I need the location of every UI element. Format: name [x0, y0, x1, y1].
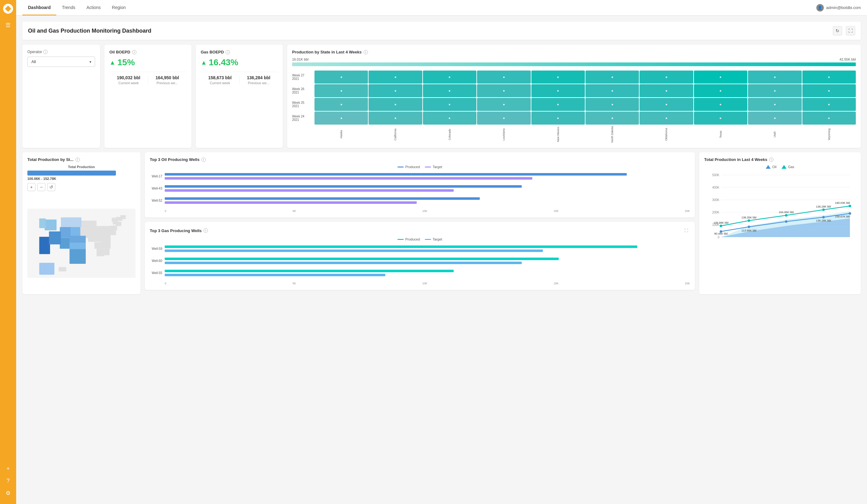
gas-boepd-stats: 158,673 bbl Current week 136,284 bbl Pre…: [201, 72, 278, 85]
svg-rect-28: [49, 232, 61, 245]
dashboard-actions: ↻ ⛶: [833, 26, 855, 35]
gas-boepd-info-icon[interactable]: i: [226, 50, 230, 54]
heatmap-cell: [802, 111, 856, 125]
heatmap-dot: [774, 117, 775, 119]
gas-target-bar-0: [165, 249, 543, 252]
heatmap-cell: [477, 71, 531, 84]
operator-select[interactable]: All: [27, 56, 95, 67]
svg-rect-16: [95, 234, 104, 242]
heatmap-x-label: Alaska: [314, 126, 368, 143]
heatmap-x-label: New Mexico: [532, 126, 585, 143]
total-production-state-card: Total Production by St... i Total Produc…: [22, 152, 140, 294]
heatmap-row-label: Week 27 2021: [292, 71, 314, 84]
oil-produced-bar-2: [165, 197, 480, 200]
up-arrow-icon: ▲: [109, 59, 116, 66]
total-prod-4w-info-icon[interactable]: i: [769, 158, 773, 162]
gas-bar-row-2: Well-55: [150, 270, 690, 276]
heatmap-dot: [503, 117, 505, 119]
oil-boepd-percent: ▲ 15%: [109, 57, 186, 67]
produced-legend: Produced: [397, 165, 420, 169]
heatmap-dot: [666, 76, 667, 78]
oil-bar-row-1: Well-43: [150, 185, 690, 192]
svg-point-58: [748, 226, 750, 228]
svg-point-60: [822, 216, 825, 218]
help-icon[interactable]: ?: [7, 478, 10, 484]
production-state-info-icon[interactable]: i: [364, 50, 368, 54]
tab-actions[interactable]: Actions: [81, 0, 106, 15]
dashboard-header: Oil and Gas Production Monitoring Dashbo…: [22, 22, 861, 40]
heatmap-dot: [395, 104, 396, 105]
zoom-in-button[interactable]: +: [27, 183, 35, 191]
heatmap-cell: [368, 111, 422, 125]
svg-rect-5: [120, 215, 126, 219]
produced-legend-line: [397, 167, 404, 168]
svg-rect-8: [101, 241, 111, 249]
gas-bar-row-1: Well-60: [150, 258, 690, 264]
fullscreen-button[interactable]: ⛶: [846, 26, 855, 35]
heatmap-cell: [802, 84, 856, 97]
gas-area-legend: Gas: [782, 165, 794, 169]
svg-rect-34: [39, 263, 54, 275]
svg-text:164.95K bbl: 164.95K bbl: [779, 211, 794, 214]
map-legend-label: Total Production: [27, 165, 136, 169]
gas-expand-button[interactable]: ⛶: [682, 227, 690, 234]
total-production-info-icon[interactable]: i: [75, 158, 80, 162]
gas-target-bar-1: [165, 261, 522, 264]
heatmap-dot: [774, 104, 775, 105]
svg-rect-11: [97, 249, 104, 256]
dashboard-content: Oil and Gas Production Monitoring Dashbo…: [16, 15, 867, 504]
tab-dashboard[interactable]: Dashboard: [22, 0, 56, 15]
svg-marker-36: [766, 165, 771, 169]
tab-trends[interactable]: Trends: [56, 0, 81, 15]
svg-text:400K: 400K: [712, 186, 720, 189]
zoom-out-button[interactable]: −: [37, 183, 45, 191]
gas-produced-bar-1: [165, 258, 559, 260]
oil-produced-bar-0: [165, 173, 627, 175]
add-icon[interactable]: ＋: [5, 464, 11, 472]
heatmap-dot: [720, 76, 721, 78]
svg-text:0: 0: [718, 236, 719, 239]
svg-rect-13: [95, 226, 104, 233]
gas-target-legend: Target: [425, 237, 442, 241]
heatmap-dot: [503, 90, 505, 92]
svg-text:200K: 200K: [712, 211, 720, 214]
top3-oil-legend: Produced Target: [150, 165, 690, 169]
heatmap-cell: [748, 71, 801, 84]
heatmap-dot: [720, 117, 721, 119]
heatmap-cell: [586, 111, 639, 125]
svg-text:190.03K bbl: 190.03K bbl: [835, 201, 850, 204]
hamburger-menu-icon[interactable]: ☰: [6, 22, 11, 28]
svg-text:500K: 500K: [712, 173, 720, 177]
heatmap-dot: [341, 76, 342, 78]
settings-icon[interactable]: ⚙: [6, 490, 11, 496]
logo[interactable]: [3, 4, 13, 14]
sidebar-bottom-icons: ＋ ? ⚙: [5, 464, 11, 500]
heatmap-dot: [503, 76, 505, 78]
tab-region[interactable]: Region: [106, 0, 131, 15]
svg-text:113.86K bbl: 113.86K bbl: [741, 229, 756, 232]
us-map-svg: [27, 194, 136, 293]
svg-rect-30: [39, 218, 46, 228]
heatmap-dot: [720, 90, 721, 92]
heatmap-dot: [774, 90, 775, 92]
map-bar-chart: 100.06K - 152.78K: [27, 171, 136, 181]
reset-zoom-button[interactable]: ↺: [47, 183, 55, 191]
top3-gas-info-icon[interactable]: i: [204, 228, 208, 233]
heatmap-dot: [557, 104, 559, 105]
heatmap-cell: [423, 98, 477, 111]
heatmap-cell: [694, 84, 747, 97]
svg-rect-17: [103, 234, 111, 242]
operator-label: Operator i: [27, 50, 95, 54]
top3-gas-card: Top 3 Gas Producing Wells i ⛶ Produced T…: [145, 222, 695, 290]
wells-column: Top 3 Oil Producing Wells i Produced Tar…: [145, 152, 695, 290]
heatmap-x-label: Wyoming: [802, 126, 856, 143]
svg-text:158.67K bbl: 158.67K bbl: [835, 215, 850, 218]
oil-boepd-info-icon[interactable]: i: [132, 50, 137, 54]
refresh-button[interactable]: ↻: [833, 26, 842, 35]
heatmap-range: 16.01K bbl 42.55K bbl: [292, 57, 856, 61]
heatmap-x-label: Louisiana: [477, 126, 531, 143]
operator-info-icon[interactable]: i: [43, 50, 47, 54]
heatmap-row-label: Week 26 2021: [292, 84, 314, 97]
top3-oil-info-icon[interactable]: i: [201, 158, 206, 162]
heatmap-dot: [612, 104, 613, 105]
